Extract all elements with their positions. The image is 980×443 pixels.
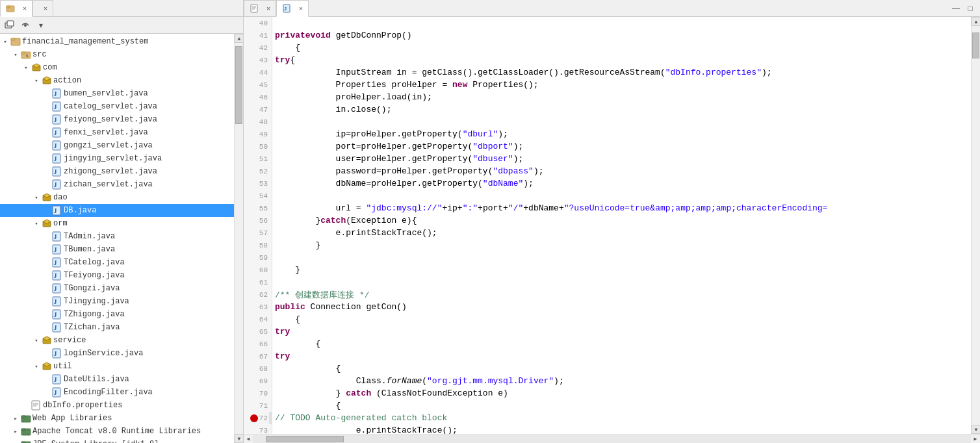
code-area[interactable]: private void getDbConnProp() { try{ Inpu… xyxy=(272,17,971,434)
code-line-71[interactable]: { xyxy=(275,399,968,412)
left-scroll-thumb[interactable] xyxy=(235,46,242,124)
code-line-72[interactable]: // TODO Auto-generated catch block xyxy=(275,412,968,424)
code-line-54[interactable] xyxy=(275,190,968,202)
code-line-47[interactable]: in.close(); xyxy=(275,103,968,116)
tree-item-zhigong[interactable]: Jzhigong_servlet.java xyxy=(0,165,234,178)
tree-item-tzichan[interactable]: JTZichan.java xyxy=(0,321,234,334)
tree-toggle-com[interactable]: ▾ xyxy=(21,64,31,71)
code-line-51[interactable]: user=proHelper.getProperty("dbuser"); xyxy=(275,153,968,165)
tree-item-tomcat[interactable]: ▸Apache Tomcat v8.0 Runtime Libraries xyxy=(0,425,234,438)
tree-item-util[interactable]: ▾util xyxy=(0,360,234,373)
code-line-50[interactable]: port=proHelper.getProperty("dbport"); xyxy=(275,140,968,153)
left-scrollbar[interactable]: ▲ ▼ xyxy=(234,34,243,443)
code-line-53[interactable]: dbName=proHelper.getProperty("dbName"); xyxy=(275,177,968,190)
tree-item-webapplibs[interactable]: ▸Web App Libraries xyxy=(0,412,234,425)
tree-toggle-jre[interactable]: ▸ xyxy=(10,441,21,444)
tab-dbinfo-properties[interactable]: ✕ xyxy=(244,0,276,16)
code-line-65[interactable]: try xyxy=(275,325,968,338)
tree-item-feiyong[interactable]: Jfeiyong_servlet.java xyxy=(0,113,234,126)
code-line-55[interactable]: url = "jdbc:mysql://"+ip+":"+port+"/"+db… xyxy=(275,202,968,214)
code-line-60[interactable]: } xyxy=(275,264,968,276)
code-line-61[interactable] xyxy=(275,276,968,288)
tree-item-jingying[interactable]: Jjingying_servlet.java xyxy=(0,152,234,165)
tree-toggle-util[interactable]: ▾ xyxy=(31,363,42,370)
tab-package-explorer-close[interactable]: ✕ xyxy=(23,5,27,12)
tree-toggle-service[interactable]: ▾ xyxy=(31,337,42,344)
minimize-editor-button[interactable]: — xyxy=(949,1,963,16)
tree-item-dbjava[interactable]: JDB.java xyxy=(0,204,234,217)
maximize-editor-button[interactable]: □ xyxy=(963,1,977,16)
tree-toggle-src[interactable]: ▾ xyxy=(10,51,21,58)
scroll-left-arrow[interactable]: ◀ xyxy=(244,435,253,444)
tree-item-tjingying[interactable]: JTJingying.java xyxy=(0,295,234,308)
code-line-46[interactable]: proHelper.load(in); xyxy=(275,91,968,103)
tree-item-loginservice[interactable]: JloginService.java xyxy=(0,347,234,360)
tree-item-orm[interactable]: ▾orm xyxy=(0,217,234,230)
tree-item-root[interactable]: ▾financial_management_system xyxy=(0,35,234,48)
tab-dbinfo-properties-close[interactable]: ✕ xyxy=(266,5,270,12)
scroll-down-arrow[interactable]: ▼ xyxy=(972,425,980,434)
code-line-45[interactable]: Properties proHelper = new Properties(); xyxy=(275,79,968,91)
tree-item-catelog[interactable]: Jcatelog_servlet.java xyxy=(0,100,234,113)
tree-toggle-tomcat[interactable]: ▸ xyxy=(10,428,21,435)
tree-toggle-root[interactable]: ▾ xyxy=(0,38,10,45)
code-line-59[interactable] xyxy=(275,251,968,264)
tab-db-java-close[interactable]: ✕ xyxy=(299,5,303,12)
code-line-42[interactable]: { xyxy=(275,42,968,54)
tree-toggle-webapplibs[interactable]: ▸ xyxy=(10,415,21,422)
tree-item-dbinfoprops[interactable]: dbInfo.properties xyxy=(0,399,234,412)
tree-toggle-dao[interactable]: ▾ xyxy=(31,194,42,201)
code-line-44[interactable]: InputStream in = getClass().getClassLoad… xyxy=(275,66,968,79)
code-line-52[interactable]: password=proHelper.getProperty("dbpass")… xyxy=(275,165,968,177)
code-line-68[interactable]: { xyxy=(275,362,968,375)
tree-item-encodingfilter[interactable]: JEncodingFilter.java xyxy=(0,386,234,399)
code-line-66[interactable]: { xyxy=(275,338,968,350)
tree-item-zichan[interactable]: Jzichan_servlet.java xyxy=(0,178,234,191)
tab-db-java[interactable]: J ✕ xyxy=(276,0,309,17)
tree-item-service[interactable]: ▾service xyxy=(0,334,234,347)
code-line-57[interactable]: e.printStackTrace(); xyxy=(275,227,968,239)
left-scroll-up[interactable]: ▲ xyxy=(235,34,243,43)
tree-item-src[interactable]: ▾Ssrc xyxy=(0,48,234,61)
code-line-40[interactable] xyxy=(275,17,968,29)
tree-item-tadmin[interactable]: JTAdmin.java xyxy=(0,230,234,243)
tab-type-hierarchy[interactable]: ✕ xyxy=(32,0,53,16)
code-line-69[interactable]: Class.forName("org.gjt.mm.mysql.Driver")… xyxy=(275,375,968,387)
tab-type-hierarchy-close[interactable]: ✕ xyxy=(44,5,47,12)
tree-item-tcatelog[interactable]: JTCatelog.java xyxy=(0,256,234,269)
code-line-43[interactable]: try{ xyxy=(275,54,968,66)
collapse-all-button[interactable] xyxy=(3,18,17,32)
tree-toggle-action[interactable]: ▾ xyxy=(31,77,42,84)
link-with-editor-button[interactable] xyxy=(18,18,32,32)
tree-item-action[interactable]: ▾action xyxy=(0,74,234,87)
scroll-right-arrow[interactable]: ▶ xyxy=(971,435,980,444)
tree-item-tzhigong[interactable]: JTZhigong.java xyxy=(0,308,234,321)
tree-item-dao[interactable]: ▾dao xyxy=(0,191,234,204)
tree-item-com[interactable]: ▾com xyxy=(0,61,234,74)
h-scroll-track[interactable] xyxy=(253,435,971,443)
code-line-49[interactable]: ip=proHelper.getProperty("dburl"); xyxy=(275,128,968,140)
code-line-64[interactable]: { xyxy=(275,313,968,325)
code-line-63[interactable]: public Connection getCon() xyxy=(275,301,968,313)
left-scroll-track[interactable] xyxy=(235,43,243,434)
code-line-41[interactable]: private void getDbConnProp() xyxy=(275,29,968,42)
scroll-thumb[interactable] xyxy=(972,32,979,58)
bottom-scrollbar[interactable]: ◀ ▶ xyxy=(244,434,980,443)
view-menu-button[interactable]: ▾ xyxy=(34,18,48,32)
right-scrollbar[interactable]: ▲ ▼ xyxy=(971,17,980,434)
tree-item-tfeiyong[interactable]: JTFeiyong.java xyxy=(0,269,234,282)
code-line-48[interactable] xyxy=(275,116,968,128)
tree-item-dateutils[interactable]: JDateUtils.java xyxy=(0,373,234,386)
tree-item-fenxi[interactable]: Jfenxi_servlet.java xyxy=(0,126,234,139)
tab-package-explorer[interactable]: ✕ xyxy=(0,0,32,17)
tree-item-gongzi[interactable]: Jgongzi_servlet.java xyxy=(0,139,234,152)
code-line-73[interactable]: e.printStackTrace(); xyxy=(275,424,968,434)
tree-item-tbumen[interactable]: JTBumen.java xyxy=(0,243,234,256)
code-line-62[interactable]: /** 创建数据库连接 */ xyxy=(275,288,968,301)
tree-toggle-orm[interactable]: ▾ xyxy=(31,220,42,227)
code-line-58[interactable]: } xyxy=(275,239,968,251)
code-line-67[interactable]: try xyxy=(275,350,968,362)
tree-item-jre[interactable]: ▸JRE System Library [jdk1.8] xyxy=(0,438,234,443)
tree-item-bumen[interactable]: Jbumen_servlet.java xyxy=(0,87,234,100)
left-scroll-down[interactable]: ▼ xyxy=(235,434,243,443)
